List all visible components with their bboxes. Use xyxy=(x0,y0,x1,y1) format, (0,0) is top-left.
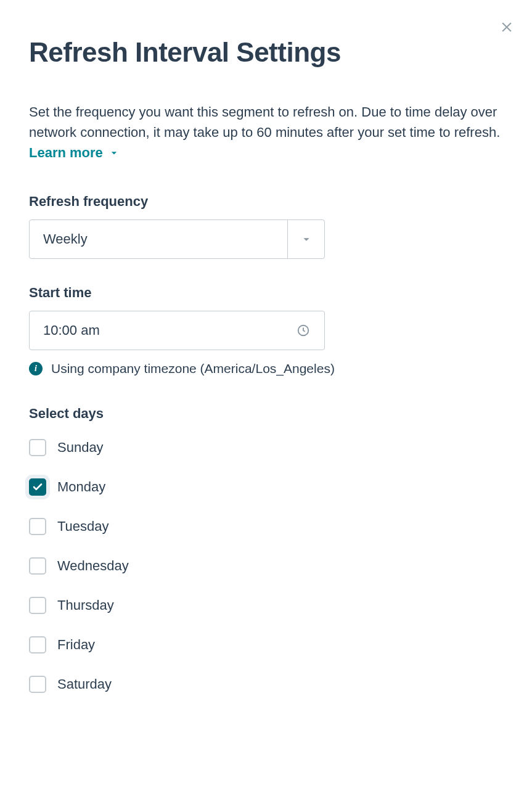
checkbox-monday[interactable] xyxy=(29,478,46,496)
close-icon xyxy=(499,19,515,35)
checkbox-thursday[interactable] xyxy=(29,597,46,614)
day-label: Thursday xyxy=(57,597,114,613)
checkbox-friday[interactable] xyxy=(29,636,46,654)
learn-more-link[interactable]: Learn more xyxy=(29,142,120,163)
time-icon-wrapper xyxy=(293,324,324,337)
day-label: Wednesday xyxy=(57,558,129,574)
chevron-down-icon xyxy=(300,232,313,246)
day-item-thursday[interactable]: Thursday xyxy=(29,597,503,614)
clock-icon xyxy=(297,324,310,337)
day-item-wednesday[interactable]: Wednesday xyxy=(29,557,503,575)
checkbox-wednesday[interactable] xyxy=(29,557,46,575)
checkbox-sunday[interactable] xyxy=(29,439,46,456)
info-icon: i xyxy=(29,362,43,375)
start-time-label: Start time xyxy=(29,285,503,301)
chevron-down-icon xyxy=(108,147,120,159)
modal-container: Refresh Interval Settings Set the freque… xyxy=(0,0,532,722)
day-item-monday[interactable]: Monday xyxy=(29,478,503,496)
start-time-input[interactable]: 10:00 am xyxy=(29,311,325,350)
frequency-value: Weekly xyxy=(30,231,287,247)
timezone-info: i Using company timezone (America/Los_An… xyxy=(29,361,503,376)
days-section: Select days SundayMondayTuesdayWednesday… xyxy=(29,406,503,693)
timezone-text: Using company timezone (America/Los_Ange… xyxy=(51,361,335,376)
frequency-chevron xyxy=(287,220,324,258)
day-item-tuesday[interactable]: Tuesday xyxy=(29,518,503,535)
modal-title: Refresh Interval Settings xyxy=(29,37,503,68)
day-item-sunday[interactable]: Sunday xyxy=(29,439,503,456)
day-item-friday[interactable]: Friday xyxy=(29,636,503,654)
day-label: Friday xyxy=(57,637,95,653)
learn-more-label: Learn more xyxy=(29,142,103,163)
check-icon xyxy=(32,481,43,493)
day-label: Monday xyxy=(57,479,105,495)
start-time-value: 10:00 am xyxy=(30,322,293,338)
days-label: Select days xyxy=(29,406,503,422)
days-list: SundayMondayTuesdayWednesdayThursdayFrid… xyxy=(29,439,503,693)
frequency-field: Refresh frequency Weekly xyxy=(29,194,503,259)
day-label: Saturday xyxy=(57,676,112,692)
description-text: Set the frequency you want this segment … xyxy=(29,104,500,140)
day-item-saturday[interactable]: Saturday xyxy=(29,676,503,693)
close-button[interactable] xyxy=(497,17,517,37)
modal-description: Set the frequency you want this segment … xyxy=(29,102,503,163)
start-time-field: Start time 10:00 am i Using company time… xyxy=(29,285,503,376)
checkbox-tuesday[interactable] xyxy=(29,518,46,535)
frequency-select[interactable]: Weekly xyxy=(29,219,325,259)
day-label: Sunday xyxy=(57,440,104,456)
day-label: Tuesday xyxy=(57,518,109,535)
frequency-label: Refresh frequency xyxy=(29,194,503,210)
checkbox-saturday[interactable] xyxy=(29,676,46,693)
